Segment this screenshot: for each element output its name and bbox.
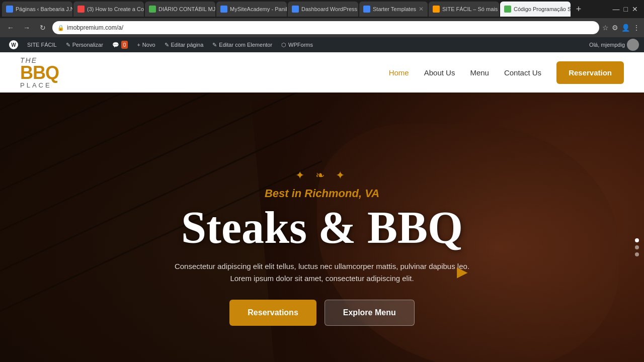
browser-tab-3[interactable]: DIÁRIO CONTÁBIL MJ CN... ✕ — [145, 2, 215, 17]
comment-badge: 0 — [121, 41, 128, 49]
tab-favicon-3 — [149, 6, 156, 13]
browser-tab-8[interactable]: Código Programação Si... ✕ — [500, 2, 571, 17]
wp-user-greeting[interactable]: Olá, mjempdig — [589, 39, 639, 51]
wp-edit-page[interactable]: ✎ Editar página — [160, 37, 208, 52]
site-logo: THE BBQ PLACE — [20, 57, 59, 88]
website-content: THE BBQ PLACE Home About Us Menu Contact… — [0, 52, 644, 362]
refresh-button[interactable]: ↻ — [36, 21, 49, 34]
profile-icon[interactable]: 👤 — [621, 24, 630, 32]
wp-logo-item[interactable]: W — [5, 37, 22, 52]
wp-wpforms[interactable]: ⬡ WPForms — [277, 37, 317, 52]
tab-favicon-2 — [77, 6, 85, 13]
tab-favicon-5 — [292, 6, 299, 13]
hero-description: Consectetur adipiscing elit elit tellus,… — [171, 260, 473, 285]
browser-tab-4[interactable]: MySiteAcademy - Panil... ✕ — [216, 2, 287, 17]
star-icon[interactable]: ☆ — [602, 24, 609, 32]
wp-customize[interactable]: ✎ Personalizar — [62, 37, 107, 52]
close-window-button[interactable]: ✕ — [632, 5, 638, 13]
scroll-dot-2 — [635, 245, 639, 249]
scroll-indicator — [635, 235, 639, 259]
wp-site-name[interactable]: SITE FÁCIL — [23, 37, 61, 52]
url-display: imobpremium.com/a/ — [67, 24, 123, 31]
explore-menu-button[interactable]: Explore Menu — [325, 300, 415, 326]
extensions-icon[interactable]: ⚙ — [612, 24, 618, 32]
tab-favicon-8 — [504, 6, 511, 13]
browser-tab-6[interactable]: Starter Templates ✕ — [359, 2, 428, 17]
browser-tab-7[interactable]: SITE FÁCIL – Só mais um... ✕ — [429, 2, 499, 17]
nav-links: Home About Us Menu Contact Us Reservatio… — [389, 61, 624, 84]
tab-favicon-7 — [433, 6, 440, 13]
tab-favicon-4 — [220, 6, 227, 13]
wp-new[interactable]: + Novo — [133, 37, 159, 52]
nav-link-home[interactable]: Home — [389, 68, 409, 77]
user-avatar — [627, 39, 639, 51]
tab-favicon-6 — [363, 6, 370, 13]
browser-action-icons: ☆ ⚙ 👤 ⋮ — [602, 24, 640, 32]
nav-reservation-button[interactable]: Reservation — [556, 61, 624, 84]
hero-buttons: Reservations Explore Menu — [171, 300, 473, 326]
wp-logo: W — [9, 40, 18, 49]
nav-link-contact[interactable]: Contact Us — [504, 68, 541, 77]
scroll-dot-1 — [635, 238, 639, 242]
site-navigation: THE BBQ PLACE Home About Us Menu Contact… — [0, 52, 644, 93]
reservations-button[interactable]: Reservations — [229, 300, 316, 326]
tab-bar: Páginas ‹ Barbearia J.Net... ✕ (3) How t… — [0, 0, 644, 18]
wp-admin-bar: W SITE FÁCIL ✎ Personalizar 💬 0 + Novo ✎… — [0, 37, 644, 52]
nav-link-about[interactable]: About Us — [424, 68, 455, 77]
tab-favicon-1 — [6, 6, 13, 13]
window-controls: — □ ✕ — [613, 5, 642, 13]
forward-button[interactable]: → — [20, 21, 33, 34]
lock-icon: 🔒 — [57, 25, 64, 31]
nav-link-menu[interactable]: Menu — [470, 68, 489, 77]
hero-title: Steaks & BBQ — [171, 205, 473, 250]
hero-subtitle: Best in Richmond, VA — [171, 187, 473, 200]
browser-tab-5[interactable]: Dashboard WordPress |... ✕ — [288, 2, 358, 17]
scroll-dot-3 — [635, 252, 639, 256]
wp-comments[interactable]: 💬 0 — [108, 37, 132, 52]
hero-ornament: ✦ ❧ ✦ — [171, 169, 473, 182]
new-tab-button[interactable]: + — [572, 2, 586, 16]
menu-icon[interactable]: ⋮ — [633, 24, 640, 32]
maximize-button[interactable]: □ — [624, 5, 628, 13]
hero-content: ✦ ❧ ✦ Best in Richmond, VA Steaks & BBQ … — [151, 169, 493, 326]
wp-edit-elementor[interactable]: ✎ Editar com Elementor — [208, 37, 276, 52]
browser-tab-2[interactable]: (3) How to Create a Com... ✕ — [73, 2, 144, 17]
address-input[interactable]: 🔒 imobpremium.com/a/ — [52, 21, 599, 34]
back-button[interactable]: ← — [4, 21, 17, 34]
address-bar-row: ← → ↻ 🔒 imobpremium.com/a/ ☆ ⚙ 👤 ⋮ — [0, 18, 644, 37]
minimize-button[interactable]: — — [613, 5, 620, 13]
browser-tab-1[interactable]: Páginas ‹ Barbearia J.Net... ✕ — [2, 2, 72, 17]
cursor-indicator: ▶ — [457, 263, 468, 280]
hero-section: ✦ ❧ ✦ Best in Richmond, VA Steaks & BBQ … — [0, 93, 644, 362]
tab-close-6[interactable]: ✕ — [419, 6, 424, 13]
